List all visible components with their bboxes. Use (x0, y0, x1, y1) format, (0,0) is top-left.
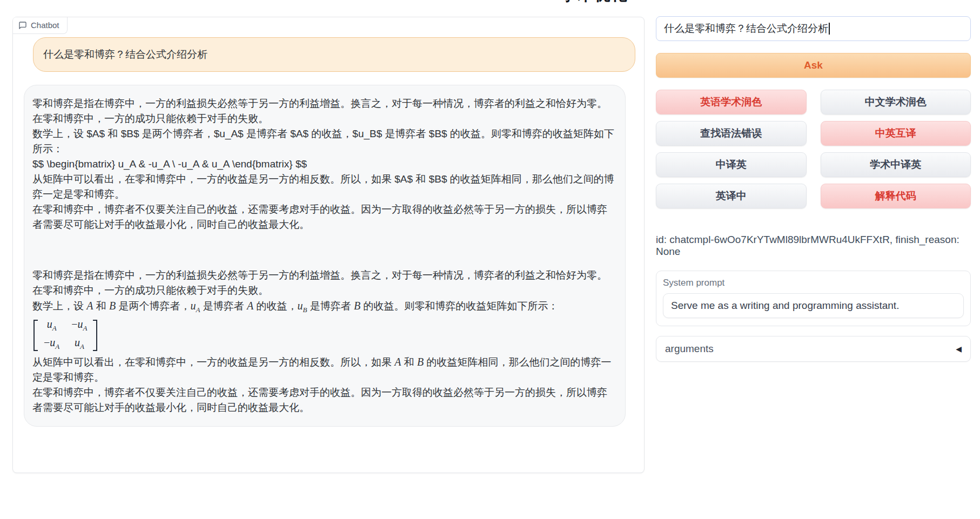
math-variable: A (247, 300, 253, 312)
matrix-right-bracket (93, 320, 97, 351)
system-prompt-input[interactable]: Serve me as a writing and programming as… (663, 293, 964, 318)
button-zh-to-en[interactable]: 中译英 (656, 152, 807, 177)
bot-raw-part: 零和博弈是指在博弈中，一方的利益损失必然等于另一方的利益增益。换言之，对于每一种… (32, 96, 617, 232)
bot-text-line: 从矩阵中可以看出，在零和博弈中，一方的收益是另一方的相反数。所以，如果 $A$ … (32, 172, 617, 202)
math-variable: uA (191, 300, 200, 312)
page-title: ChatGPT 学术优化 (474, 0, 636, 4)
math-variable: B (417, 356, 424, 368)
text-cursor (829, 23, 830, 35)
page-title-text: ChatGPT 学术优化 (474, 0, 636, 4)
system-prompt-value: Serve me as a writing and programming as… (671, 300, 899, 312)
button-chinese-academic-polish[interactable]: 中文学术润色 (821, 90, 971, 114)
chatbot-label: Chatbot (13, 17, 68, 34)
chatbot-panel: Chatbot 什么是零和博弈？结合公式介绍分析 零和博弈是指在博弈中，一方的利… (12, 17, 645, 473)
math-variable: B (354, 300, 360, 312)
bot-text-line: 零和博弈是指在博弈中，一方的利益损失必然等于另一方的利益增益。换言之，对于每一种… (32, 96, 617, 111)
user-message-bubble: 什么是零和博弈？结合公式介绍分析 (33, 37, 635, 72)
bot-rendered-part: 零和博弈是指在博弈中，一方的利益损失必然等于另一方的利益增益。换言之，对于每一种… (32, 268, 617, 415)
chatbot-label-text: Chatbot (31, 21, 59, 30)
bot-text-line: 数学上，设 $A$ 和 $B$ 是两个博弈者，$u_A$ 是博弈者 $A$ 的收… (32, 126, 617, 157)
button-en-to-zh[interactable]: 英译中 (656, 184, 807, 208)
bot-text-line: 零和博弈是指在博弈中，一方的利益损失必然等于另一方的利益增益。换言之，对于每一种… (32, 268, 617, 283)
bot-text-line: 在零和博弈中，博弈者不仅要关注自己的收益，还需要考虑对手的收益。因为一方取得的收… (32, 385, 617, 415)
system-prompt-group: System prompt Serve me as a writing and … (656, 271, 971, 326)
matrix-cell: uA (44, 317, 59, 335)
button-english-academic-polish[interactable]: 英语学术润色 (656, 90, 807, 114)
bot-text-line: 在零和博弈中，博弈者不仅要关注自己的收益，还需要考虑对手的收益。因为一方取得的收… (32, 202, 617, 232)
bot-text-line: 在零和博弈中，一方的成功只能依赖于对手的失败。 (32, 283, 617, 298)
bot-math-intro-line: 数学上，设 A 和 B 是两个博弈者，uA 是博弈者 A 的收益，uB 是博弈者… (32, 298, 617, 318)
math-variable: A (86, 300, 93, 312)
matrix-left-bracket (33, 320, 38, 351)
response-status-line: id: chatcmpl-6wOo7KrYTwMl89lbrMWRu4UkFFX… (656, 234, 971, 258)
function-button-grid: 英语学术润色 中文学术润色 查找语法错误 中英互译 中译英 学术中译英 英译中 … (656, 90, 971, 208)
payoff-matrix: uA −uA −uA uA (33, 320, 97, 351)
arguments-accordion[interactable]: arguments ◀ (656, 336, 971, 362)
arguments-accordion-label: arguments (665, 343, 714, 355)
matrix-cell: uA (71, 335, 87, 354)
bot-message-bubble: 零和博弈是指在博弈中，一方的利益损失必然等于另一方的利益增益。换言之，对于每一种… (24, 85, 626, 427)
bot-text-line: 在零和博弈中，一方的成功只能依赖于对手的失败。 (32, 111, 617, 126)
bot-latex-source-line: $$ \begin{bmatrix} u_A & -u_A \ -u_A & u… (32, 157, 617, 172)
question-input[interactable]: 什么是零和博弈？结合公式介绍分析 (656, 16, 971, 41)
button-academic-zh-to-en[interactable]: 学术中译英 (821, 152, 971, 177)
message-part-gap (32, 232, 617, 268)
ask-button[interactable]: Ask (656, 53, 971, 78)
math-variable: B (109, 300, 116, 312)
button-zh-en-mutual-translate[interactable]: 中英互译 (821, 121, 971, 146)
chat-bubble-icon (18, 21, 27, 30)
button-explain-code[interactable]: 解释代码 (821, 184, 971, 208)
bot-conclusion-line: 从矩阵中可以看出，在零和博弈中，一方的收益是另一方的相反数。所以，如果 A 和 … (32, 354, 617, 385)
math-variable: A (394, 356, 401, 368)
ask-button-label: Ask (804, 59, 823, 71)
button-find-grammar-errors[interactable]: 查找语法错误 (656, 121, 807, 146)
user-message-text: 什么是零和博弈？结合公式介绍分析 (43, 49, 207, 60)
question-input-value: 什么是零和博弈？结合公式介绍分析 (664, 22, 828, 36)
controls-column: 什么是零和博弈？结合公式介绍分析 Ask 英语学术润色 中文学术润色 查找语法错… (656, 16, 971, 362)
math-variable: uB (298, 300, 307, 312)
collapse-arrow-icon: ◀ (956, 345, 962, 353)
matrix-cells: uA −uA −uA uA (42, 320, 89, 351)
matrix-cell: −uA (44, 335, 59, 354)
matrix-cell: −uA (71, 317, 87, 335)
system-prompt-label: System prompt (663, 278, 964, 288)
